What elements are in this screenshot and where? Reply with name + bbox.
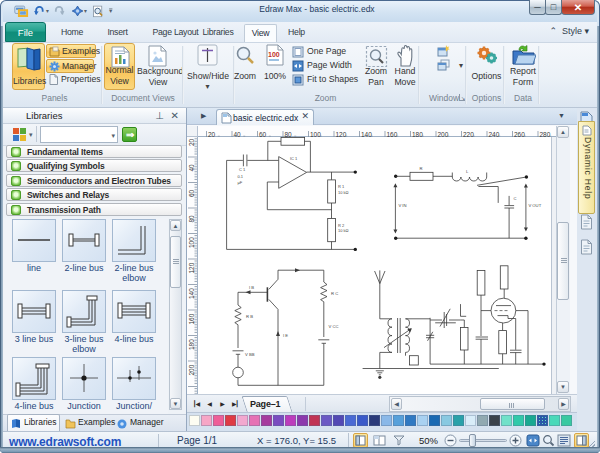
svg-text:V OUT: V OUT — [528, 203, 541, 208]
svg-text:100: 100 — [268, 51, 280, 58]
svg-text:20: 20 — [188, 138, 195, 146]
svg-text:μF: μF — [238, 180, 243, 185]
svg-text:200: 200 — [188, 364, 195, 375]
svg-text:140: 140 — [188, 288, 195, 299]
svg-text:100: 100 — [188, 237, 195, 248]
svg-text:R: R — [420, 166, 423, 171]
svg-text:R 2: R 2 — [338, 223, 345, 228]
svg-text:80: 80 — [188, 215, 195, 223]
svg-text:60: 60 — [188, 189, 195, 197]
svg-text:0.1: 0.1 — [238, 174, 244, 179]
svg-text:L: L — [466, 169, 469, 174]
svg-text:IC 1: IC 1 — [290, 156, 298, 161]
svg-text:V BB: V BB — [245, 352, 255, 357]
svg-text:C: C — [514, 196, 517, 201]
svg-text:C 1: C 1 — [239, 167, 246, 172]
svg-text:180: 180 — [188, 339, 195, 350]
svg-text:I E: I E — [283, 333, 288, 338]
svg-text:R 1: R 1 — [338, 184, 345, 189]
svg-text:160: 160 — [188, 313, 195, 324]
svg-text:V CC: V CC — [329, 324, 339, 329]
svg-text:40: 40 — [188, 164, 195, 172]
svg-text:120: 120 — [188, 262, 195, 273]
svg-text:I B: I B — [249, 285, 254, 290]
svg-text:R C: R C — [331, 291, 338, 296]
svg-text:10 kΩ: 10 kΩ — [338, 228, 349, 233]
svg-text:10 kΩ: 10 kΩ — [338, 190, 349, 195]
svg-text:V IN: V IN — [398, 203, 406, 208]
svg-text:R B: R B — [246, 314, 253, 319]
